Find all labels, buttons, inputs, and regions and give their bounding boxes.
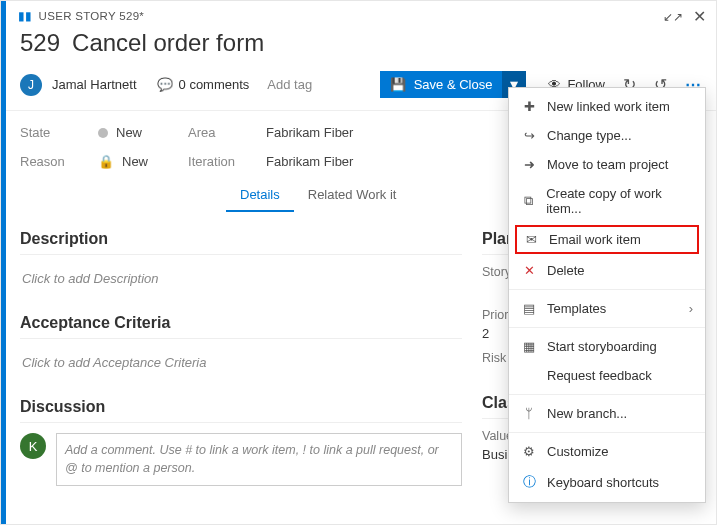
reason-label: Reason (20, 154, 84, 169)
menu-new-linked-label: New linked work item (547, 99, 670, 114)
save-split-button[interactable]: 💾 Save & Close ▾ (380, 71, 527, 98)
work-item-id: 529 (20, 29, 60, 57)
save-icon: 💾 (390, 77, 406, 92)
menu-new-branch[interactable]: ᛘNew branch... (509, 399, 705, 428)
lock-icon: 🔒 (98, 154, 114, 169)
add-tag-button[interactable]: Add tag (267, 77, 312, 92)
tab-related-work-items[interactable]: Related Work it (294, 179, 411, 212)
acceptance-criteria-field[interactable]: Click to add Acceptance Criteria (20, 349, 462, 376)
reason-field[interactable]: 🔒New (98, 154, 148, 169)
branch-icon: ᛘ (521, 406, 537, 421)
menu-email-label: Email work item (549, 232, 641, 247)
templates-icon: ▤ (521, 301, 537, 316)
menu-storyboard[interactable]: ▦Start storyboarding (509, 332, 705, 361)
work-item-title[interactable]: Cancel order form (72, 29, 264, 57)
area-label: Area (188, 125, 252, 140)
customize-icon: ⚙ (521, 444, 537, 459)
menu-storyboard-label: Start storyboarding (547, 339, 657, 354)
feedback-icon (521, 368, 537, 383)
move-icon: ➜ (521, 157, 537, 172)
menu-change-type-label: Change type... (547, 128, 632, 143)
storyboard-icon: ▦ (521, 339, 537, 354)
iteration-label: Iteration (188, 154, 252, 169)
iteration-value: Fabrikam Fiber (266, 154, 353, 169)
close-icon[interactable]: ✕ (693, 7, 706, 26)
acceptance-criteria-heading: Acceptance Criteria (20, 314, 462, 332)
fullscreen-toggle-icon[interactable]: ↙↗ (663, 10, 683, 24)
description-heading: Description (20, 230, 462, 248)
comment-icon: 💬 (157, 77, 173, 92)
area-field[interactable]: Fabrikam Fiber (266, 125, 353, 140)
menu-feedback-label: Request feedback (547, 368, 652, 383)
state-label: State (20, 125, 84, 140)
menu-templates-label: Templates (547, 301, 606, 316)
area-value: Fabrikam Fiber (266, 125, 353, 140)
discussion-heading: Discussion (20, 398, 462, 416)
save-button[interactable]: 💾 Save & Close (380, 71, 503, 98)
link-plus-icon: ✚ (521, 99, 537, 114)
delete-icon: ✕ (521, 263, 537, 278)
copy-icon: ⧉ (521, 193, 536, 209)
menu-delete[interactable]: ✕Delete (509, 256, 705, 285)
menu-shortcuts-label: Keyboard shortcuts (547, 475, 659, 490)
chevron-right-icon: › (689, 301, 693, 316)
work-item-type-label: USER STORY 529* (39, 10, 145, 22)
reason-value: New (122, 154, 148, 169)
tab-details[interactable]: Details (226, 179, 294, 212)
menu-change-type[interactable]: ↪Change type... (509, 121, 705, 150)
assignee-name[interactable]: Jamal Hartnett (52, 77, 137, 92)
menu-customize-label: Customize (547, 444, 608, 459)
current-user-avatar: K (20, 433, 46, 459)
email-icon: ✉ (523, 232, 539, 247)
state-dot-icon (98, 128, 108, 138)
menu-new-branch-label: New branch... (547, 406, 627, 421)
menu-move[interactable]: ➜Move to team project (509, 150, 705, 179)
info-icon: ⓘ (521, 473, 537, 491)
save-label: Save & Close (414, 77, 493, 92)
change-type-icon: ↪ (521, 128, 537, 143)
description-field[interactable]: Click to add Description (20, 265, 462, 292)
menu-customize[interactable]: ⚙Customize (509, 437, 705, 466)
comments-button[interactable]: 💬 0 comments (157, 77, 250, 92)
menu-templates[interactable]: ▤Templates› (509, 294, 705, 323)
menu-copy-label: Create copy of work item... (546, 186, 693, 216)
menu-email[interactable]: ✉Email work item (515, 225, 699, 254)
comments-count: 0 comments (179, 77, 250, 92)
menu-feedback[interactable]: Request feedback (509, 361, 705, 390)
menu-new-linked[interactable]: ✚New linked work item (509, 92, 705, 121)
state-value: New (116, 125, 142, 140)
menu-shortcuts[interactable]: ⓘKeyboard shortcuts (509, 466, 705, 498)
iteration-field[interactable]: Fabrikam Fiber (266, 154, 353, 169)
menu-copy[interactable]: ⧉Create copy of work item... (509, 179, 705, 223)
more-actions-menu: ✚New linked work item ↪Change type... ➜M… (508, 87, 706, 503)
menu-delete-label: Delete (547, 263, 585, 278)
work-item-type-icon: ▮▮ (18, 9, 33, 23)
state-field[interactable]: New (98, 125, 148, 140)
assignee-avatar[interactable]: J (20, 74, 42, 96)
discussion-input[interactable]: Add a comment. Use # to link a work item… (56, 433, 462, 486)
menu-move-label: Move to team project (547, 157, 668, 172)
